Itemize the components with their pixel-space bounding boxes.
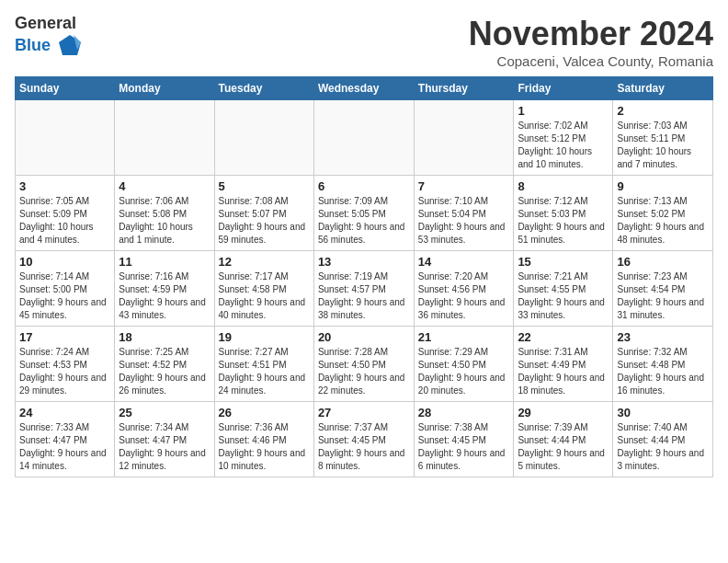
calendar-body: 1Sunrise: 7:02 AM Sunset: 5:12 PM Daylig… <box>16 100 713 477</box>
day-number: 13 <box>318 255 410 269</box>
calendar-week-row: 3Sunrise: 7:05 AM Sunset: 5:09 PM Daylig… <box>16 176 713 251</box>
day-info: Sunrise: 7:09 AM Sunset: 5:05 PM Dayligh… <box>318 195 410 247</box>
day-number: 22 <box>518 330 609 344</box>
day-info: Sunrise: 7:02 AM Sunset: 5:12 PM Dayligh… <box>518 120 609 171</box>
calendar-cell: 15Sunrise: 7:21 AM Sunset: 4:55 PM Dayli… <box>514 251 613 327</box>
weekday-header-cell: Wednesday <box>313 77 414 100</box>
day-number: 21 <box>418 330 510 344</box>
calendar-cell: 8Sunrise: 7:12 AM Sunset: 5:03 PM Daylig… <box>514 176 613 251</box>
day-number: 17 <box>19 330 110 344</box>
calendar-cell: 10Sunrise: 7:14 AM Sunset: 5:00 PM Dayli… <box>16 251 115 327</box>
title-section: November 2024 Copaceni, Valcea County, R… <box>469 15 713 69</box>
calendar-cell: 16Sunrise: 7:23 AM Sunset: 4:54 PM Dayli… <box>613 251 713 327</box>
calendar-cell: 11Sunrise: 7:16 AM Sunset: 4:59 PM Dayli… <box>115 251 214 327</box>
logo-general-text: General <box>15 14 76 32</box>
day-number: 12 <box>219 255 310 269</box>
calendar-cell: 25Sunrise: 7:34 AM Sunset: 4:47 PM Dayli… <box>115 402 214 477</box>
day-info: Sunrise: 7:05 AM Sunset: 5:09 PM Dayligh… <box>19 195 110 247</box>
day-info: Sunrise: 7:06 AM Sunset: 5:08 PM Dayligh… <box>119 195 210 247</box>
day-number: 10 <box>19 255 110 269</box>
day-number: 7 <box>418 179 510 193</box>
calendar-cell: 21Sunrise: 7:29 AM Sunset: 4:50 PM Dayli… <box>414 327 514 402</box>
calendar-subtitle: Copaceni, Valcea County, Romania <box>469 53 713 69</box>
calendar-cell: 24Sunrise: 7:33 AM Sunset: 4:47 PM Dayli… <box>16 402 115 477</box>
day-number: 8 <box>518 179 609 193</box>
day-number: 27 <box>318 406 410 419</box>
calendar-cell: 28Sunrise: 7:38 AM Sunset: 4:45 PM Dayli… <box>414 402 514 477</box>
calendar-week-row: 1Sunrise: 7:02 AM Sunset: 5:12 PM Daylig… <box>16 100 713 176</box>
day-info: Sunrise: 7:31 AM Sunset: 4:49 PM Dayligh… <box>518 346 609 397</box>
day-number: 30 <box>617 406 709 419</box>
day-number: 26 <box>219 406 310 419</box>
calendar-cell: 6Sunrise: 7:09 AM Sunset: 5:05 PM Daylig… <box>313 176 414 251</box>
day-number: 19 <box>219 330 310 344</box>
day-info: Sunrise: 7:17 AM Sunset: 4:58 PM Dayligh… <box>219 270 310 322</box>
calendar-cell <box>414 100 514 176</box>
day-info: Sunrise: 7:27 AM Sunset: 4:51 PM Dayligh… <box>219 346 310 397</box>
calendar-cell: 13Sunrise: 7:19 AM Sunset: 4:57 PM Dayli… <box>313 251 414 327</box>
calendar-cell: 26Sunrise: 7:36 AM Sunset: 4:46 PM Dayli… <box>214 402 313 477</box>
calendar-cell: 1Sunrise: 7:02 AM Sunset: 5:12 PM Daylig… <box>514 100 613 176</box>
day-info: Sunrise: 7:16 AM Sunset: 4:59 PM Dayligh… <box>119 270 210 322</box>
day-info: Sunrise: 7:08 AM Sunset: 5:07 PM Dayligh… <box>219 195 310 247</box>
calendar-cell: 2Sunrise: 7:03 AM Sunset: 5:11 PM Daylig… <box>613 100 713 176</box>
calendar-cell: 3Sunrise: 7:05 AM Sunset: 5:09 PM Daylig… <box>16 176 115 251</box>
weekday-header-cell: Tuesday <box>214 77 313 100</box>
weekday-header-cell: Monday <box>115 77 214 100</box>
calendar-cell <box>16 100 115 176</box>
weekday-header-row: SundayMondayTuesdayWednesdayThursdayFrid… <box>16 77 713 100</box>
logo-icon <box>57 33 83 59</box>
day-number: 14 <box>418 255 510 269</box>
calendar-cell: 19Sunrise: 7:27 AM Sunset: 4:51 PM Dayli… <box>214 327 313 402</box>
day-info: Sunrise: 7:19 AM Sunset: 4:57 PM Dayligh… <box>318 270 410 322</box>
day-number: 28 <box>418 406 510 419</box>
calendar-cell: 5Sunrise: 7:08 AM Sunset: 5:07 PM Daylig… <box>214 176 313 251</box>
weekday-header-cell: Sunday <box>16 77 115 100</box>
calendar-week-row: 17Sunrise: 7:24 AM Sunset: 4:53 PM Dayli… <box>16 327 713 402</box>
day-number: 25 <box>119 406 210 419</box>
day-number: 1 <box>518 104 609 118</box>
calendar-table: SundayMondayTuesdayWednesdayThursdayFrid… <box>15 76 713 477</box>
day-info: Sunrise: 7:34 AM Sunset: 4:47 PM Dayligh… <box>119 421 210 473</box>
calendar-cell: 17Sunrise: 7:24 AM Sunset: 4:53 PM Dayli… <box>16 327 115 402</box>
day-number: 6 <box>318 179 410 193</box>
day-info: Sunrise: 7:32 AM Sunset: 4:48 PM Dayligh… <box>617 346 709 397</box>
calendar-cell: 7Sunrise: 7:10 AM Sunset: 5:04 PM Daylig… <box>414 176 514 251</box>
day-number: 11 <box>119 255 210 269</box>
day-number: 9 <box>617 179 709 193</box>
day-number: 20 <box>318 330 410 344</box>
calendar-title: November 2024 <box>469 15 713 53</box>
calendar-cell: 30Sunrise: 7:40 AM Sunset: 4:44 PM Dayli… <box>613 402 713 477</box>
calendar-cell: 22Sunrise: 7:31 AM Sunset: 4:49 PM Dayli… <box>514 327 613 402</box>
day-info: Sunrise: 7:21 AM Sunset: 4:55 PM Dayligh… <box>518 270 609 322</box>
calendar-cell: 14Sunrise: 7:20 AM Sunset: 4:56 PM Dayli… <box>414 251 514 327</box>
calendar-week-row: 10Sunrise: 7:14 AM Sunset: 5:00 PM Dayli… <box>16 251 713 327</box>
calendar-cell: 20Sunrise: 7:28 AM Sunset: 4:50 PM Dayli… <box>313 327 414 402</box>
day-number: 3 <box>19 179 110 193</box>
calendar-cell <box>214 100 313 176</box>
logo: General Blue <box>15 15 83 59</box>
header: General Blue November 2024 Copaceni, Val… <box>15 15 713 69</box>
day-number: 29 <box>518 406 609 419</box>
calendar-week-row: 24Sunrise: 7:33 AM Sunset: 4:47 PM Dayli… <box>16 402 713 477</box>
calendar-cell <box>313 100 414 176</box>
day-info: Sunrise: 7:10 AM Sunset: 5:04 PM Dayligh… <box>418 195 510 247</box>
weekday-header-cell: Friday <box>514 77 613 100</box>
day-number: 2 <box>617 104 709 118</box>
calendar-cell: 4Sunrise: 7:06 AM Sunset: 5:08 PM Daylig… <box>115 176 214 251</box>
day-number: 15 <box>518 255 609 269</box>
weekday-header-cell: Saturday <box>613 77 713 100</box>
day-number: 16 <box>617 255 709 269</box>
day-info: Sunrise: 7:37 AM Sunset: 4:45 PM Dayligh… <box>318 421 410 473</box>
day-info: Sunrise: 7:23 AM Sunset: 4:54 PM Dayligh… <box>617 270 709 322</box>
calendar-cell: 9Sunrise: 7:13 AM Sunset: 5:02 PM Daylig… <box>613 176 713 251</box>
day-info: Sunrise: 7:40 AM Sunset: 4:44 PM Dayligh… <box>617 421 709 473</box>
calendar-cell: 29Sunrise: 7:39 AM Sunset: 4:44 PM Dayli… <box>514 402 613 477</box>
day-info: Sunrise: 7:38 AM Sunset: 4:45 PM Dayligh… <box>418 421 510 473</box>
day-info: Sunrise: 7:14 AM Sunset: 5:00 PM Dayligh… <box>19 270 110 322</box>
day-info: Sunrise: 7:24 AM Sunset: 4:53 PM Dayligh… <box>19 346 110 397</box>
calendar-cell: 12Sunrise: 7:17 AM Sunset: 4:58 PM Dayli… <box>214 251 313 327</box>
day-number: 24 <box>19 406 110 419</box>
calendar-cell <box>115 100 214 176</box>
logo-blue-text: Blue <box>15 36 51 54</box>
